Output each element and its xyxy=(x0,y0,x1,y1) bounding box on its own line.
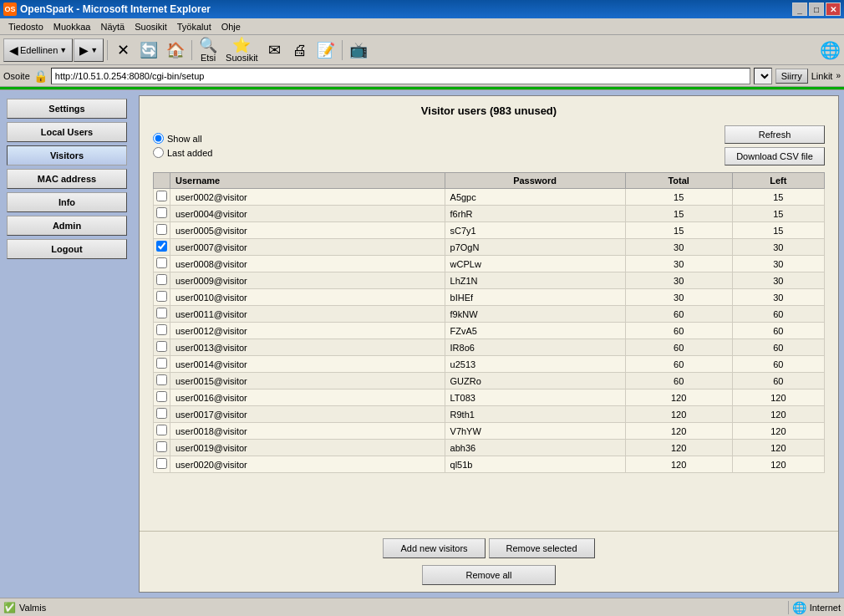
sidebar-btn-info[interactable]: Info xyxy=(7,192,127,212)
row-checkbox-12[interactable] xyxy=(156,391,167,402)
row-checkbox-14[interactable] xyxy=(156,425,167,435)
last-added-radio[interactable] xyxy=(153,147,164,158)
zone-text: Internet xyxy=(810,603,841,613)
sidebar-btn-logout[interactable]: Logout xyxy=(7,239,127,259)
addressbar: Osoite 🔒 Siirry Linkit » xyxy=(0,65,844,87)
row-username-11: user0015@visitor xyxy=(170,373,445,389)
sidebar-btn-settings[interactable]: Settings xyxy=(7,99,127,119)
print-button[interactable]: 🖨 xyxy=(288,41,312,59)
download-csv-button[interactable]: Download CSV file xyxy=(725,147,825,165)
add-new-visitors-button[interactable]: Add new visitors xyxy=(383,538,485,558)
mail-icon: ✉ xyxy=(268,43,281,58)
row-checkbox-10[interactable] xyxy=(156,358,167,369)
home-button[interactable]: 🏠 xyxy=(163,41,188,59)
row-username-6: user0010@visitor xyxy=(170,289,445,306)
status-item: ✅ Valmis xyxy=(3,602,785,613)
row-checkbox-9[interactable] xyxy=(156,341,167,352)
row-left-10: 60 xyxy=(732,356,824,373)
table-row: user0019@visitorabh36120120 xyxy=(154,440,825,456)
media-button[interactable]: 📺 xyxy=(346,41,371,59)
address-dropdown[interactable] xyxy=(754,68,772,84)
row-checkbox-0[interactable] xyxy=(156,191,167,201)
row-checkbox-15[interactable] xyxy=(156,441,167,452)
search-button[interactable]: 🔍 Etsi xyxy=(196,36,221,64)
row-checkbox-7[interactable] xyxy=(156,308,167,318)
toolbar-sep-2 xyxy=(191,40,192,60)
row-checkbox-1[interactable] xyxy=(156,207,167,218)
show-all-radio[interactable] xyxy=(153,133,164,144)
row-left-2: 15 xyxy=(732,222,824,239)
stop-button[interactable]: ✕ xyxy=(111,41,135,59)
search-label: Etsi xyxy=(201,53,216,63)
row-checkbox-11[interactable] xyxy=(156,374,167,385)
remove-all-button[interactable]: Remove all xyxy=(422,565,556,585)
row-total-16: 120 xyxy=(625,456,732,473)
close-button[interactable]: ✕ xyxy=(826,3,841,16)
row-checkbox-5[interactable] xyxy=(156,274,167,285)
filter-radio-group: Show all Last added xyxy=(153,133,212,158)
row-username-8: user0012@visitor xyxy=(170,323,445,339)
row-checkbox-4[interactable] xyxy=(156,257,167,268)
links-chevron-icon: » xyxy=(836,71,841,80)
row-checkbox-16[interactable] xyxy=(156,458,167,469)
refresh-icon: 🔄 xyxy=(140,43,158,58)
status-right: 🌐 Internet xyxy=(792,601,841,614)
row-checkbox-6[interactable] xyxy=(156,291,167,302)
row-checkbox-13[interactable] xyxy=(156,408,167,419)
last-added-radio-label[interactable]: Last added xyxy=(153,147,212,158)
row-checkbox-3[interactable] xyxy=(156,241,167,252)
table-row: user0012@visitorFZvA56060 xyxy=(154,323,825,339)
row-username-3: user0007@visitor xyxy=(170,239,445,256)
table-row: user0015@visitorGUZRo6060 xyxy=(154,373,825,389)
remove-selected-button[interactable]: Remove selected xyxy=(489,538,595,558)
row-username-13: user0017@visitor xyxy=(170,406,445,423)
row-checkbox-cell-0 xyxy=(154,189,170,206)
app-icon: OS xyxy=(3,3,17,16)
edit-button[interactable]: 📝 xyxy=(313,41,338,59)
show-all-radio-label[interactable]: Show all xyxy=(153,133,212,144)
back-button[interactable]: ◀ Edellinen ▼ xyxy=(3,38,73,62)
col-header-4: Left xyxy=(732,173,824,189)
sidebar-btn-visitors[interactable]: Visitors xyxy=(7,145,127,165)
edit-icon: 📝 xyxy=(317,43,335,58)
refresh-button-page[interactable]: Refresh xyxy=(725,125,825,144)
menubar-item-työkalut[interactable]: Työkalut xyxy=(172,20,216,33)
row-checkbox-8[interactable] xyxy=(156,324,167,335)
row-username-5: user0009@visitor xyxy=(170,272,445,289)
sidebar-btn-local-users[interactable]: Local Users xyxy=(7,122,127,142)
mail-button[interactable]: ✉ xyxy=(263,41,287,59)
menubar-item-tiedosto[interactable]: Tiedosto xyxy=(3,20,48,33)
page-title: Visitor users (983 unused) xyxy=(153,104,825,117)
menubar-item-muokkaa[interactable]: Muokkaa xyxy=(48,20,96,33)
forward-button[interactable]: ▶ ▼ xyxy=(74,38,104,62)
menubar-item-suosikit[interactable]: Suosikit xyxy=(130,20,172,33)
table-row: user0009@visitorLhZ1N3030 xyxy=(154,272,825,289)
refresh-button[interactable]: 🔄 xyxy=(136,41,161,59)
table-row: user0017@visitorR9th1120120 xyxy=(154,406,825,423)
minimize-button[interactable]: _ xyxy=(792,3,807,16)
table-row: user0005@visitorsC7y11515 xyxy=(154,222,825,239)
address-input[interactable] xyxy=(51,68,750,84)
row-left-3: 30 xyxy=(732,239,824,256)
ie-logo: 🌐 xyxy=(820,40,841,60)
row-left-16: 120 xyxy=(732,456,824,473)
table-row: user0013@visitorIR8o66060 xyxy=(154,339,825,356)
row-left-8: 60 xyxy=(732,323,824,339)
sidebar-btn-admin[interactable]: Admin xyxy=(7,216,127,236)
row-total-15: 120 xyxy=(625,440,732,456)
row-checkbox-cell-13 xyxy=(154,406,170,423)
row-password-11: GUZRo xyxy=(445,373,625,389)
sidebar-btn-mac-address[interactable]: MAC address xyxy=(7,169,127,189)
inner-content: Visitor users (983 unused) Show all Last… xyxy=(140,96,838,531)
row-password-5: LhZ1N xyxy=(445,272,625,289)
favorites-button[interactable]: ⭐ Suosikit xyxy=(222,36,262,64)
menubar-item-näytä[interactable]: Näytä xyxy=(95,20,130,33)
row-checkbox-2[interactable] xyxy=(156,224,167,235)
go-button[interactable]: Siirry xyxy=(775,69,808,84)
row-checkbox-cell-4 xyxy=(154,256,170,272)
row-password-1: f6rhR xyxy=(445,206,625,222)
back-dropdown-icon: ▼ xyxy=(59,46,67,54)
menubar-item-ohje[interactable]: Ohje xyxy=(216,20,246,33)
maximize-button[interactable]: □ xyxy=(809,3,824,16)
stop-icon: ✕ xyxy=(117,43,130,58)
